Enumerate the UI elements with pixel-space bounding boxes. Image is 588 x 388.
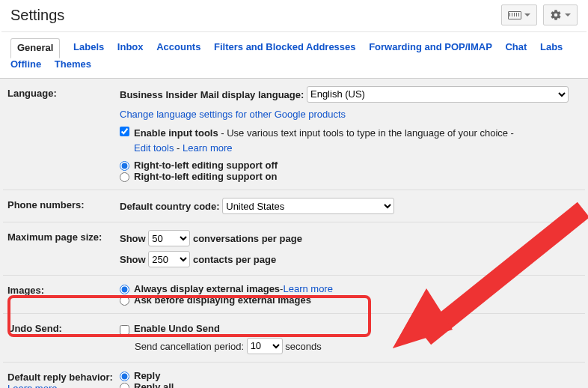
input-tools-button[interactable]	[501, 4, 537, 25]
rtl-on-radio[interactable]	[120, 172, 129, 182]
section-language: Language: Business Insider Mail display …	[3, 79, 585, 191]
settings-gear-button[interactable]	[543, 4, 578, 25]
show-contacts-suffix: contacts per page	[193, 254, 276, 265]
label-default-reply: Default reply behavior: Learn more	[7, 370, 120, 388]
edit-tools-link[interactable]: Edit tools	[134, 142, 174, 154]
change-language-link[interactable]: Change language settings for other Googl…	[120, 109, 346, 120]
display-language-label: Business Insider Mail display language:	[120, 88, 304, 100]
reply-radio[interactable]	[120, 372, 129, 381]
rtl-on-label: Right-to-left editing support on	[134, 171, 277, 182]
ask-display-radio[interactable]	[120, 296, 129, 306]
tab-themes[interactable]: Themes	[55, 58, 91, 70]
rtl-off-label: Right-to-left editing support off	[134, 160, 278, 171]
settings-content: Language: Business Insider Mail display …	[0, 79, 588, 388]
always-display-radio[interactable]	[120, 285, 129, 294]
contacts-per-page-select[interactable]: 250	[148, 251, 190, 267]
tab-chat[interactable]: Chat	[505, 41, 527, 52]
default-country-label: Default country code:	[120, 201, 220, 212]
show-conv-suffix: conversations per page	[193, 233, 302, 244]
chevron-down-icon	[524, 13, 530, 16]
show-contacts-prefix: Show	[120, 254, 146, 265]
cancel-period-select[interactable]: 10	[247, 338, 283, 354]
keyboard-icon	[508, 11, 521, 19]
enable-input-tools-label: Enable input tools	[134, 127, 218, 139]
display-language-select[interactable]: English (US)	[307, 86, 569, 103]
enable-input-tools-desc: - Use various text input tools to type i…	[218, 127, 514, 139]
reply-learn-more-link[interactable]: Learn more	[7, 383, 57, 388]
tab-accounts[interactable]: Accounts	[156, 41, 200, 52]
section-phone: Phone numbers: Default country code: Uni…	[3, 190, 585, 222]
settings-tabs: General Labels Inbox Accounts Filters an…	[0, 32, 588, 79]
enable-undo-send-checkbox[interactable]	[120, 325, 129, 335]
header-buttons	[501, 4, 578, 25]
section-images: Images: Always display external images -…	[3, 276, 585, 314]
enable-undo-send-label: Enable Undo Send	[134, 321, 220, 336]
reply-all-radio[interactable]	[120, 383, 129, 388]
images-learn-more-link[interactable]: Learn more	[283, 283, 332, 294]
tab-forwarding[interactable]: Forwarding and POP/IMAP	[369, 41, 492, 52]
tab-labs[interactable]: Labs	[540, 41, 563, 52]
show-conv-prefix: Show	[120, 233, 146, 244]
country-code-select[interactable]: United States	[222, 198, 394, 214]
section-page-size: Maximum page size: Show 50 conversations…	[3, 222, 585, 276]
section-undo-send: Undo Send: Enable Undo Send Send cancell…	[3, 314, 585, 363]
gear-icon	[550, 9, 562, 21]
tab-offline[interactable]: Offline	[10, 58, 41, 70]
cancel-period-label: Send cancellation period:	[135, 340, 244, 351]
chevron-down-icon	[565, 13, 571, 16]
always-display-label: Always display external images	[134, 283, 280, 294]
label-phone: Phone numbers:	[7, 198, 120, 214]
reply-all-label: Reply all	[134, 381, 174, 388]
tab-labels[interactable]: Labels	[73, 41, 104, 52]
cancel-period-suffix: seconds	[285, 340, 321, 351]
label-language: Language:	[7, 86, 120, 183]
tab-general[interactable]: General	[10, 38, 60, 58]
rtl-off-radio[interactable]	[120, 161, 129, 171]
label-undo-send: Undo Send:	[7, 321, 120, 354]
header: Settings	[0, 0, 588, 31]
label-page-size: Maximum page size:	[7, 230, 120, 267]
section-default-reply: Default reply behavior: Learn more Reply…	[3, 363, 585, 388]
tab-filters[interactable]: Filters and Blocked Addresses	[214, 41, 356, 52]
page-title: Settings	[10, 7, 64, 24]
ask-display-label: Ask before displaying external images	[134, 294, 311, 306]
label-images: Images:	[7, 283, 120, 306]
enable-input-tools-checkbox[interactable]	[120, 127, 129, 136]
tab-inbox[interactable]: Inbox	[117, 41, 144, 52]
reply-label: Reply	[134, 370, 160, 381]
input-tools-learn-more-link[interactable]: Learn more	[183, 142, 232, 154]
conversations-per-page-select[interactable]: 50	[148, 230, 190, 246]
